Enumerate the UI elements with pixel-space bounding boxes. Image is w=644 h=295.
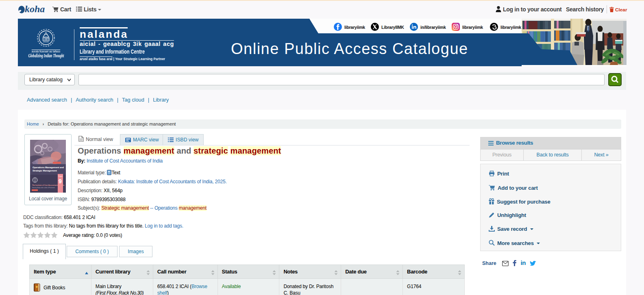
svg-text:Paper: Paper	[59, 175, 63, 177]
svg-text:9: 9	[59, 178, 62, 184]
svg-text:Operations Management and: Operations Management and	[33, 166, 64, 169]
svg-text:Statutory Body under an Act of: Statutory Body under an Act of Parliamen…	[32, 187, 55, 189]
svg-text:The Institute of Cost Accounta: The Institute of Cost Accountants of Ind…	[32, 184, 65, 186]
svg-text:Strategic Management: Strategic Management	[33, 169, 57, 172]
